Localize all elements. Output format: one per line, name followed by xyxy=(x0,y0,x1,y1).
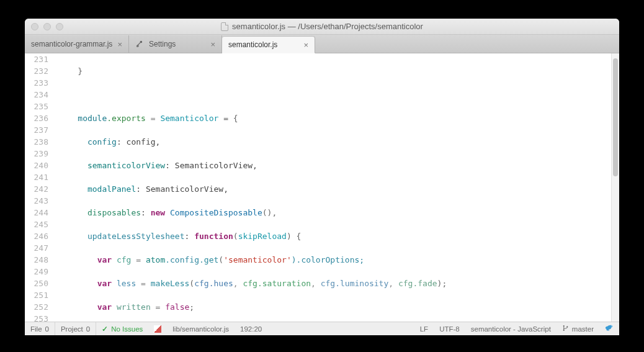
svg-point-5 xyxy=(611,325,612,326)
line-number: 241 xyxy=(25,171,48,183)
status-branch-text: master xyxy=(572,325,594,333)
code-token: (), xyxy=(262,208,277,217)
code-token: false xyxy=(165,302,189,312)
code-token: CompositeDisposable xyxy=(170,208,262,217)
code-token: makeLess xyxy=(151,279,190,288)
status-value: 0 xyxy=(45,325,49,333)
editor-area[interactable]: 231 232 233 234 235 236 237 238 239 240 … xyxy=(25,53,619,322)
code-token: written xyxy=(117,302,151,312)
code-token: updateLessStylesheet xyxy=(87,232,185,241)
code-token: new xyxy=(151,208,165,217)
code-token: semanticolorView xyxy=(87,161,165,170)
status-git-branch[interactable]: master xyxy=(557,325,599,333)
status-color-indicator[interactable] xyxy=(148,322,167,335)
status-project-count[interactable]: Project 0 xyxy=(55,322,96,335)
squirrel-icon xyxy=(605,324,614,334)
settings-icon xyxy=(135,40,144,48)
line-number: 247 xyxy=(25,242,48,254)
color-square-icon xyxy=(154,325,161,333)
minimize-window-button[interactable] xyxy=(43,23,51,30)
code-token: Semanticolor xyxy=(160,114,218,123)
status-line-ending[interactable]: LF xyxy=(414,325,434,333)
zoom-window-button[interactable] xyxy=(56,23,63,30)
status-cursor-position[interactable]: 192:20 xyxy=(235,322,267,335)
status-line-ending-text: LF xyxy=(420,325,428,333)
line-number: 239 xyxy=(25,148,48,160)
line-number: 243 xyxy=(25,195,48,207)
tab-bar: semanticolor-grammar.js × Settings × sem… xyxy=(25,35,619,53)
code-token: 'semanticolor' xyxy=(223,255,292,264)
status-encoding[interactable]: UTF-8 xyxy=(434,325,465,333)
line-number: 237 xyxy=(25,124,48,136)
vertical-scrollbar[interactable] xyxy=(611,53,619,322)
tab-label: semanticolor.js xyxy=(228,40,277,49)
code-token: cfg.fade xyxy=(398,279,437,288)
tab-semanticolor-js[interactable]: semanticolor.js × xyxy=(222,36,315,53)
window-title-text: semanticolor.js — /Users/ethan/Projects/… xyxy=(232,22,423,31)
status-grammar[interactable]: semanticolor - JavaScript xyxy=(465,325,557,333)
code-token: .config xyxy=(165,255,199,264)
code-token: less xyxy=(117,279,136,288)
status-grammar-text: semanticolor - JavaScript xyxy=(471,325,551,333)
status-issues[interactable]: ✓ No Issues xyxy=(96,322,148,335)
line-number: 246 xyxy=(25,230,48,242)
code-token: module xyxy=(78,114,107,123)
code-token: .exports xyxy=(107,114,146,123)
code-token: skipReload xyxy=(238,232,287,241)
code-token: : SemanticolorView, xyxy=(165,161,257,170)
code-token: cfg xyxy=(117,255,131,264)
close-icon[interactable]: × xyxy=(117,40,122,49)
close-icon[interactable]: × xyxy=(303,40,308,50)
tab-label: semanticolor-grammar.js xyxy=(31,40,112,48)
line-number: 233 xyxy=(25,77,48,89)
window-title: semanticolor.js — /Users/ethan/Projects/… xyxy=(25,22,619,31)
document-icon xyxy=(221,22,228,31)
code-token: } xyxy=(78,66,83,76)
line-number: 240 xyxy=(25,160,48,171)
line-number-gutter: 231 232 233 234 235 236 237 238 239 240 … xyxy=(25,53,53,322)
close-window-button[interactable] xyxy=(31,23,38,30)
code-token: = { xyxy=(218,114,238,123)
line-number: 244 xyxy=(25,207,48,219)
line-number: 249 xyxy=(25,266,48,278)
line-number: 238 xyxy=(25,136,48,148)
line-number: 248 xyxy=(25,254,48,266)
status-label: File xyxy=(30,325,42,333)
status-cursor-text: 192:20 xyxy=(240,325,262,333)
traffic-lights xyxy=(25,23,63,30)
status-encoding-text: UTF-8 xyxy=(439,325,460,333)
code-token: var xyxy=(97,279,112,288)
line-number: 234 xyxy=(25,89,48,101)
code-token: ).colorOptions; xyxy=(292,255,364,264)
code-token: var xyxy=(97,302,112,312)
status-file-count[interactable]: File 0 xyxy=(25,322,55,335)
status-label: Project xyxy=(61,325,83,333)
code-token: : config, xyxy=(117,137,160,147)
close-icon[interactable]: × xyxy=(210,40,215,49)
status-update-indicator[interactable] xyxy=(599,324,619,334)
scrollbar-thumb[interactable] xyxy=(613,58,618,176)
app-window: semanticolor.js — /Users/ethan/Projects/… xyxy=(25,19,619,335)
code-token: cfg.hues xyxy=(194,279,233,288)
line-number: 252 xyxy=(25,301,48,313)
code-content[interactable]: } module.exports = Semanticolor = { conf… xyxy=(53,53,619,322)
line-number: 251 xyxy=(25,289,48,301)
status-bar: File 0 Project 0 ✓ No Issues lib/semanti… xyxy=(25,322,619,335)
line-number: 250 xyxy=(25,278,48,289)
tab-semanticolor-grammar[interactable]: semanticolor-grammar.js × xyxy=(25,35,129,53)
titlebar: semanticolor.js — /Users/ethan/Projects/… xyxy=(25,19,619,35)
code-token: config xyxy=(87,137,117,147)
svg-point-0 xyxy=(137,45,138,47)
code-token: : SemanticolorView, xyxy=(136,184,228,194)
line-number: 235 xyxy=(25,101,48,112)
code-token: modalPanel xyxy=(87,184,136,194)
line-number: 242 xyxy=(25,183,48,195)
tab-settings[interactable]: Settings × xyxy=(129,35,222,53)
code-token: function xyxy=(194,232,233,241)
code-token: .get xyxy=(199,255,218,264)
check-icon: ✓ xyxy=(102,325,108,333)
code-token: atom xyxy=(146,255,165,264)
line-number: 236 xyxy=(25,112,48,124)
status-file-path[interactable]: lib/semanticolor.js xyxy=(167,322,235,335)
line-number: 232 xyxy=(25,65,48,77)
